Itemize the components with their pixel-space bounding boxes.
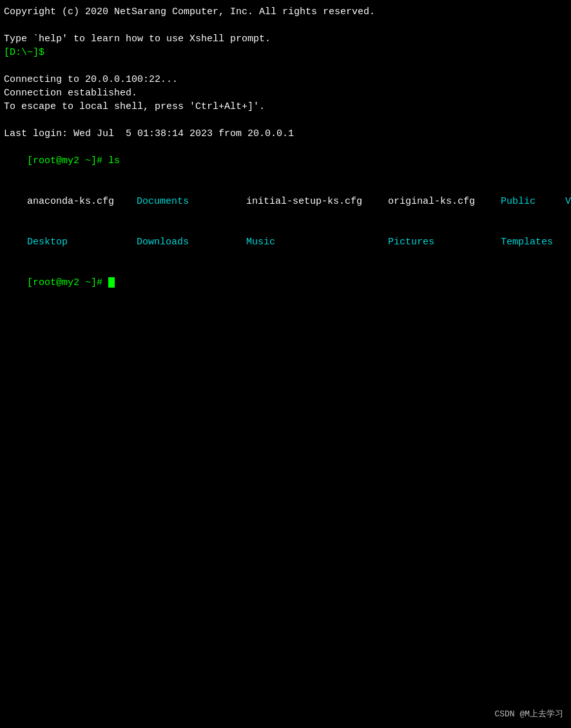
blank-line-1 [4, 19, 567, 32]
ls-anaconda: anaconda-ks.cfg [27, 195, 137, 208]
cursor [108, 277, 115, 288]
copyright-line: Copyright (c) 2020 NetSarang Computer, I… [4, 5, 567, 19]
blank-line-3 [4, 113, 567, 127]
ls-initial-setup: initial-setup-ks.cfg [246, 195, 388, 208]
connecting-line: Connecting to 20.0.0.100:22... [4, 73, 567, 86]
help-text-line: Type `help' to learn how to use Xshell p… [4, 32, 567, 46]
local-prompt: [D:\~]$ [4, 47, 44, 58]
local-prompt-line: [D:\~]$ [4, 46, 567, 59]
watermark: CSDN @M上去学习 [494, 709, 563, 720]
last-login-line: Last login: Wed Jul 5 01:38:14 2023 from… [4, 127, 567, 141]
prompt-ls: [root@my2 ~]# ls [27, 155, 120, 166]
ls-desktop: Desktop [27, 235, 137, 249]
prompt-ls-line: [root@my2 ~]# ls [4, 141, 567, 181]
final-prompt: [root@my2 ~]# [27, 277, 102, 288]
ls-output-row1: anaconda-ks.cfgDocumentsinitial-setup-ks… [4, 181, 567, 222]
final-prompt-line: [root@my2 ~]# [4, 262, 567, 303]
ls-pictures: Pictures [388, 235, 501, 249]
ls-videos: Videos [565, 195, 571, 208]
ls-downloads: Downloads [137, 235, 246, 249]
connection-established-line: Connection established. [4, 86, 567, 100]
ls-music: Music [246, 235, 388, 249]
ls-documents: Documents [137, 195, 246, 208]
ls-original-ks: original-ks.cfg [388, 195, 501, 208]
ls-public: Public [501, 195, 565, 208]
escape-text-line: To escape to local shell, press 'Ctrl+Al… [4, 100, 567, 113]
ls-output-row2: DesktopDownloadsMusicPicturesTemplates [4, 222, 567, 262]
blank-line-2 [4, 59, 567, 73]
ls-templates: Templates [501, 235, 553, 249]
terminal[interactable]: Copyright (c) 2020 NetSarang Computer, I… [0, 0, 571, 728]
